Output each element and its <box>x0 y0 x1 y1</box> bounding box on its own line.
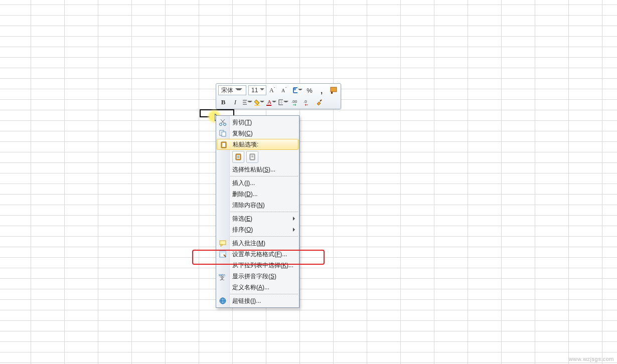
watermark: www.wzjsgs.com <box>569 356 614 362</box>
clipboard-icon <box>220 141 228 149</box>
svg-point-21 <box>220 123 222 126</box>
paste-option-normal[interactable] <box>232 151 244 163</box>
svg-line-24 <box>221 119 224 123</box>
submenu-arrow-icon <box>293 228 295 232</box>
svg-rect-9 <box>331 92 333 94</box>
font-size-value: 11 <box>251 87 258 94</box>
font-size-combo[interactable]: 11 <box>248 85 266 95</box>
menu-item-cut[interactable]: 剪切(T) <box>216 117 299 128</box>
context-menu: 剪切(T) 复制(C) 粘贴选项: 选择性粘贴(S)... 插入(I)... 删… <box>216 115 299 308</box>
menu-separator <box>230 212 298 212</box>
menu-item-insert[interactable]: 插入(I)... <box>216 177 299 189</box>
svg-text:ˆ: ˆ <box>274 87 275 90</box>
font-name-combo[interactable]: 宋体 <box>218 85 246 95</box>
paste-option-values[interactable] <box>246 151 258 163</box>
svg-rect-13 <box>254 105 259 106</box>
format-painter-button[interactable] <box>329 85 339 95</box>
menu-separator <box>230 176 298 176</box>
comment-icon <box>219 239 227 247</box>
menu-item-sort[interactable]: 排序(O) <box>216 224 299 235</box>
fill-color-button[interactable] <box>254 97 264 107</box>
menu-item-show-phonetic[interactable]: wén文 显示拼音字段(S) <box>216 271 299 282</box>
menu-item-paste-special[interactable]: 选择性粘贴(S)... <box>216 164 299 175</box>
svg-text:A: A <box>269 87 274 94</box>
svg-marker-39 <box>221 245 223 247</box>
menu-item-delete[interactable]: 删除(D)... <box>216 189 299 200</box>
chevron-down-icon <box>260 88 264 92</box>
menu-item-define-name[interactable]: 定义名称(A)... <box>216 282 299 293</box>
paste-options-row <box>216 150 299 164</box>
svg-text:.0: .0 <box>303 99 307 104</box>
percent-button[interactable]: % <box>304 85 315 95</box>
currency-button[interactable] <box>292 85 302 95</box>
menu-item-hyperlink[interactable]: 超链接(I)... <box>216 295 299 306</box>
svg-text:.00: .00 <box>291 99 297 104</box>
font-name-value: 宋体 <box>221 86 233 95</box>
svg-rect-7 <box>294 88 296 90</box>
menu-item-filter[interactable]: 筛选(E) <box>216 213 299 224</box>
font-color-button[interactable]: A <box>266 97 276 107</box>
decrease-font-button[interactable]: Aˇ <box>280 85 290 95</box>
svg-rect-8 <box>331 87 337 92</box>
menu-item-paste-options[interactable]: 粘贴选项: <box>217 139 298 150</box>
copy-icon <box>219 129 227 137</box>
svg-rect-38 <box>220 241 226 245</box>
increase-font-button[interactable]: Aˆ <box>268 85 278 95</box>
format-painter-brush-icon[interactable] <box>315 97 325 107</box>
submenu-arrow-icon <box>293 217 295 221</box>
svg-point-22 <box>224 123 226 126</box>
hyperlink-icon <box>219 297 227 305</box>
borders-button[interactable] <box>278 97 288 107</box>
svg-text:文: 文 <box>220 275 225 280</box>
decrease-decimal-button[interactable]: .0 <box>302 97 313 107</box>
menu-item-clear[interactable]: 清除内容(N) <box>216 200 299 211</box>
italic-button[interactable]: I <box>230 97 240 107</box>
align-button[interactable] <box>242 97 252 107</box>
svg-text:A: A <box>267 99 271 105</box>
cut-icon <box>219 118 227 126</box>
svg-rect-15 <box>266 105 271 106</box>
svg-text:ˇ: ˇ <box>285 87 287 90</box>
svg-rect-41 <box>220 251 226 253</box>
menu-item-copy[interactable]: 复制(C) <box>216 128 299 139</box>
mini-toolbar: 宋体 11 Aˆ Aˇ % , B I A <box>216 83 341 109</box>
svg-rect-28 <box>222 143 225 147</box>
chevron-down-icon <box>235 88 242 92</box>
svg-text:A: A <box>281 88 285 93</box>
svg-rect-26 <box>222 132 226 136</box>
bold-button[interactable]: B <box>218 97 228 107</box>
menu-item-pick-from-list[interactable]: 从下拉列表中选择(K)... <box>216 260 299 271</box>
menu-item-format-cells[interactable]: 设置单元格格式(F)... <box>216 249 299 260</box>
menu-separator <box>230 236 298 237</box>
spreadsheet-grid[interactable] <box>0 0 617 364</box>
menu-separator <box>230 294 298 294</box>
menu-item-insert-comment[interactable]: 插入批注(M) <box>216 238 299 249</box>
increase-decimal-button[interactable]: .00 <box>290 97 300 107</box>
svg-line-23 <box>221 119 225 123</box>
format-cells-icon <box>219 250 227 258</box>
comma-style-button[interactable]: , <box>317 85 327 95</box>
phonetic-icon: wén文 <box>219 272 227 280</box>
